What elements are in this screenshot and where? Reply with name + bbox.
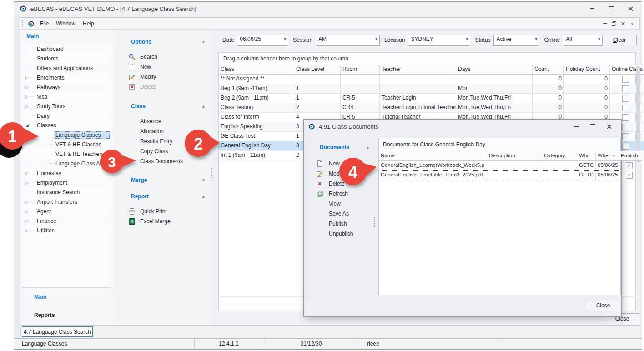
menu-file[interactable]: File [36,19,52,28]
chevron-collapsed-icon[interactable]: ▷ [24,181,30,185]
column-header-days[interactable]: Days [456,65,533,75]
dialog-close-button[interactable]: Close [586,300,620,311]
chevron-collapsed-icon[interactable]: ▷ [24,219,30,223]
nav-group-main[interactable]: Main [34,294,46,300]
sidebar-item-visa[interactable]: ▷Visa [22,92,111,101]
table-row[interactable]: Class Testing2CR4Teacher Login,Tutorial … [219,103,635,113]
doc-column-header-name[interactable]: Name [379,151,487,161]
document-row[interactable]: GeneralEnglish_LearnerWorkbook_Week5.pGE… [379,161,620,170]
section-header-report[interactable]: Report▲ [121,193,206,200]
chevron-collapsed-icon[interactable]: ▷ [24,228,30,233]
online-class-checkbox[interactable] [622,105,629,111]
location-combobox[interactable]: SYDNEY [408,35,470,46]
save-as-action[interactable]: Save As [329,209,374,219]
new-action[interactable]: New [329,159,374,169]
chevron-collapsed-icon[interactable]: ▷ [24,104,30,109]
mdi-minimize-icon[interactable] [600,20,609,28]
documents-section-header[interactable]: Documents ▲ [320,144,370,150]
view-action[interactable]: View [329,199,374,209]
sidebar-item-insurance-search[interactable]: Insurance Search [22,187,111,197]
results-entry-action[interactable]: Results Entry [140,136,212,146]
sidebar-item-employment[interactable]: ▷Employment [22,178,111,187]
sidebar-item-dashboard[interactable]: Dashboard [22,44,111,54]
menu-window[interactable]: Window [52,19,79,28]
group-by-hint[interactable]: Drag a column header here to group by th… [219,53,635,65]
excel-merge-action[interactable]: Excel Merge [128,216,212,226]
mdi-close-icon[interactable] [619,20,628,28]
menu-help[interactable]: Help [79,19,98,28]
absence-action[interactable]: Absence [140,116,212,126]
grid-scrollbar-thumb[interactable] [636,66,640,162]
unpublish-action[interactable]: Unpublish [329,229,374,239]
chevron-collapsed-icon[interactable]: ▷ [24,75,30,80]
dialog-minimize-icon[interactable] [570,122,582,131]
document-row[interactable]: GeneralEnglish_Timetable_Term3_2025.pdfG… [379,170,620,180]
publish-checkbox[interactable] [626,162,633,169]
sidebar-item-vet-he-teachers[interactable]: VET & HE Teachers [22,149,111,159]
online-class-checkbox[interactable] [622,124,629,130]
sidebar-item-offers-and-applications[interactable]: Offers and Applications [22,63,111,73]
section-header-merge[interactable]: Merge▼ [121,176,206,184]
delete-action[interactable]: Delete [128,82,212,92]
online-combobox[interactable]: All [563,35,603,46]
column-header-count[interactable]: Count [533,65,564,75]
section-header-class[interactable]: Class▲ [121,103,206,110]
sidebar-item-language-classes[interactable]: Language Classes [22,130,111,140]
online-class-checkbox[interactable] [622,85,629,92]
doc-column-header-description[interactable]: Description [487,151,542,161]
allocation-action[interactable]: Allocation [140,126,212,136]
chevron-up-icon[interactable]: ▲ [201,40,206,44]
sidebar-item-finance[interactable]: ▷Finance [22,216,111,226]
chevron-collapsed-icon[interactable]: ▷ [24,200,30,204]
column-header-holiday-count[interactable]: Holiday Count [564,65,610,75]
doc-column-header-publish[interactable]: Publish [619,151,643,161]
table-row[interactable]: Beg 1 (9am -11am)1Mon00 [219,84,635,94]
sidebar-item-diary[interactable]: Diary [22,111,111,120]
chevron-collapsed-icon[interactable]: ▷ [24,209,30,214]
sidebar-item-classes[interactable]: ◢Classes [22,120,111,130]
column-header-teacher[interactable]: Teacher [380,65,456,75]
modify-action[interactable]: Modify [329,169,374,179]
maximize-icon[interactable] [604,4,618,13]
sidebar-item-language-class-allocation[interactable]: Language Class Allocation [22,159,111,168]
sidebar-item-homestay[interactable]: ▷Homestay [22,168,111,178]
table-row[interactable]: Beg 2 (9am - 11am)1CR 5Teacher LoginMon,… [219,94,635,103]
class-documents-action[interactable]: Class Documents [140,156,212,166]
column-header-room[interactable]: Room [341,65,380,75]
sidebar-item-enrolments[interactable]: ▷Enrolments [22,73,111,82]
tab-language-class-search[interactable]: 4.7 Language Class Search [22,326,93,337]
sidebar-item-airport-transfers[interactable]: ▷Airport Transfers [22,197,111,206]
dialog-close-icon[interactable] [603,122,615,131]
dialog-maximize-icon[interactable] [587,122,599,131]
search-action[interactable]: Search [128,52,212,62]
sidebar-item-students[interactable]: Students [22,54,111,63]
menubar-grip[interactable] [22,20,24,27]
toolbar-overflow-icon[interactable]: ▾ [628,20,637,28]
chevron-expanded-icon[interactable]: ◢ [24,123,30,128]
chevron-down-icon[interactable]: ▼ [201,178,206,182]
section-header-options[interactable]: Options▲ [121,38,206,45]
column-header-class-level[interactable]: Class Level [294,65,341,75]
quick-print-action[interactable]: Quick Print [128,206,212,216]
date-combobox[interactable]: 06/06/25 [237,35,288,46]
sidebar-item-agent[interactable]: ▷Agent [22,206,111,216]
status-combobox[interactable]: Active [493,35,539,46]
session-combobox[interactable]: AM [316,35,380,46]
clear-button[interactable]: Clear [602,35,637,45]
close-icon[interactable] [624,4,637,13]
online-class-checkbox[interactable] [622,95,629,102]
minimize-icon[interactable] [585,4,599,13]
copy-class-action[interactable]: Copy Class [140,146,212,156]
column-header-class[interactable]: Class [219,65,294,75]
dialog-splitter[interactable] [373,215,376,227]
sidebar-item-vet-he-classes[interactable]: VET & HE Classes [22,140,111,149]
sidebar-item-utilities[interactable]: ▷Utilities [22,226,111,235]
online-class-checkbox[interactable] [622,114,629,121]
chevron-collapsed-icon[interactable]: ▷ [24,95,30,99]
online-class-checkbox[interactable] [622,143,629,150]
refresh-action[interactable]: Refresh [329,189,374,199]
online-class-checkbox[interactable] [622,133,629,140]
table-row[interactable]: ** Not Assigned **00 [219,75,635,84]
chevron-up-icon[interactable]: ▲ [366,145,370,150]
sidebar-item-pathways[interactable]: ▷Pathways [22,82,111,92]
